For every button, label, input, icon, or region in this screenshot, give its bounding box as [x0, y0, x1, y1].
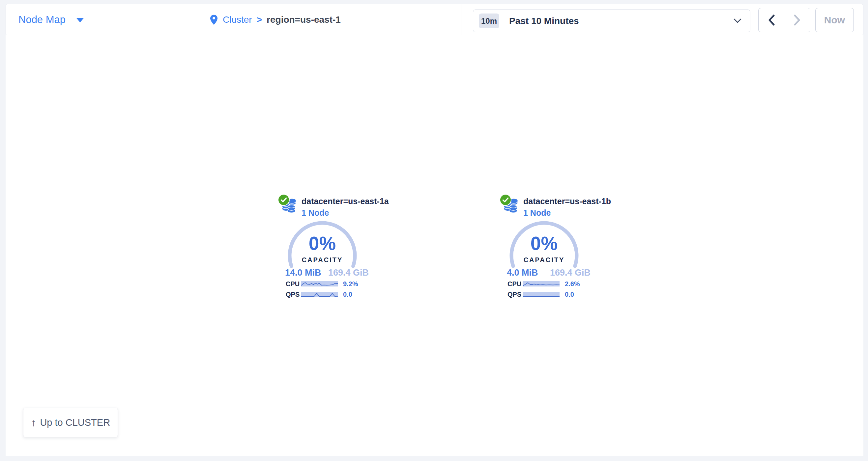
chevron-down-icon	[734, 19, 741, 23]
storage-row: 4.0 MiB 169.4 GiB	[507, 268, 591, 278]
qps-value: 0.0	[565, 291, 574, 298]
locality-node-count: 1 Node	[523, 208, 611, 218]
capacity-label: CAPACITY	[278, 256, 367, 264]
qps-label: QPS	[507, 291, 523, 298]
storage-row: 14.0 MiB 169.4 GiB	[285, 268, 369, 278]
time-prev-button[interactable]	[758, 8, 784, 32]
time-range-selector[interactable]: 10m Past 10 Minutes	[473, 9, 750, 32]
card-titles: datacenter=us-east-1b 1 Node	[523, 197, 611, 218]
capacity-percent: 0%	[500, 234, 589, 253]
time-range-label: Past 10 Minutes	[509, 16, 579, 26]
time-nav-buttons	[758, 8, 810, 32]
chevron-left-icon	[768, 14, 775, 26]
storage-total: 169.4 GiB	[550, 268, 591, 278]
breadcrumb-current: region=us-east-1	[267, 14, 341, 25]
qps-sparkline	[301, 292, 338, 297]
cpu-label: CPU	[286, 280, 301, 288]
time-range-badge: 10m	[479, 13, 499, 28]
cpu-metric-row: CPU 9.2%	[286, 280, 362, 288]
cpu-sparkline	[523, 281, 560, 287]
status-live-icon	[278, 194, 290, 206]
locality-title: datacenter=us-east-1a	[302, 197, 389, 206]
status-live-icon	[500, 194, 512, 206]
qps-value: 0.0	[343, 291, 352, 298]
storage-total: 169.4 GiB	[328, 268, 369, 278]
caret-down-icon	[76, 18, 84, 22]
up-to-cluster-label: Up to CLUSTER	[40, 417, 110, 428]
qps-metric-row: QPS 0.0	[286, 291, 362, 298]
capacity-percent: 0%	[278, 234, 367, 253]
view-selector-label: Node Map	[19, 14, 66, 26]
now-button[interactable]: Now	[815, 8, 854, 32]
cpu-value: 2.6%	[565, 280, 580, 288]
node-map-canvas: datacenter=us-east-1a 1 Node 0% CAPACITY…	[6, 35, 863, 456]
view-selector[interactable]: Node Map	[19, 4, 84, 35]
cpu-sparkline	[301, 281, 338, 287]
up-to-cluster-button[interactable]: ↑ Up to CLUSTER	[23, 408, 118, 437]
breadcrumb-cluster-link[interactable]: Cluster	[223, 14, 252, 25]
cpu-label: CPU	[507, 280, 523, 288]
storage-used: 14.0 MiB	[285, 268, 321, 278]
card-titles: datacenter=us-east-1a 1 Node	[302, 197, 389, 218]
time-next-button[interactable]	[784, 8, 810, 32]
qps-label: QPS	[286, 291, 301, 298]
locality-node-count: 1 Node	[302, 208, 389, 218]
breadcrumb: Cluster > region=us-east-1	[210, 4, 341, 35]
bottom-strip	[0, 456, 868, 461]
qps-metric-row: QPS 0.0	[507, 291, 584, 298]
qps-sparkline	[523, 292, 560, 297]
breadcrumb-separator: >	[257, 14, 262, 25]
locality-card-us-east-1a[interactable]: datacenter=us-east-1a 1 Node 0% CAPACITY…	[278, 193, 370, 301]
storage-used: 4.0 MiB	[507, 268, 538, 278]
arrow-up-icon: ↑	[31, 418, 36, 428]
topbar-divider	[461, 4, 461, 35]
cpu-metric-row: CPU 2.6%	[507, 280, 584, 288]
chevron-right-icon	[794, 14, 801, 26]
top-bar: Node Map Cluster > region=us-east-1 10m …	[6, 4, 863, 35]
cpu-value: 9.2%	[343, 280, 358, 288]
capacity-label: CAPACITY	[500, 256, 589, 264]
locality-card-us-east-1b[interactable]: datacenter=us-east-1b 1 Node 0% CAPACITY…	[500, 193, 592, 301]
location-pin-icon	[210, 14, 217, 25]
locality-title: datacenter=us-east-1b	[523, 197, 611, 206]
